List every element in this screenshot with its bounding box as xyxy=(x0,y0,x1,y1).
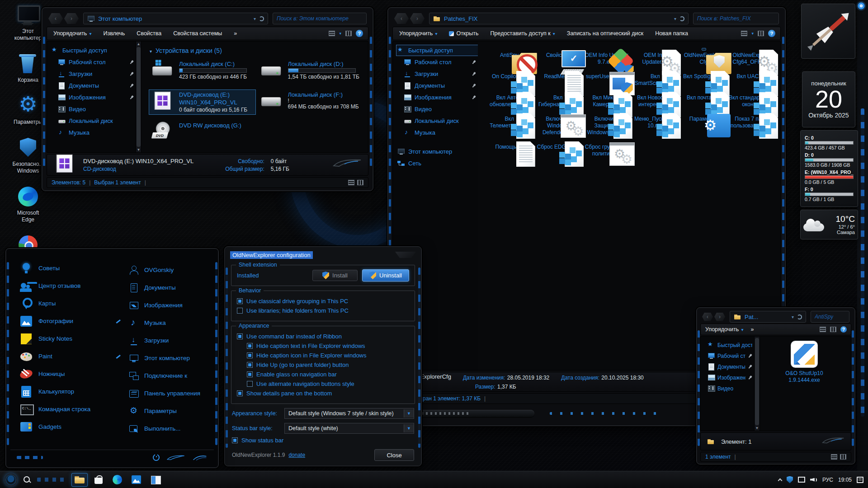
action-center-icon[interactable] xyxy=(857,477,863,483)
donate-link[interactable]: donate xyxy=(288,452,305,458)
search-icon[interactable] xyxy=(23,475,32,484)
drive-item[interactable]: Локальный диск (D:) 1,54 ТБ свободно из … xyxy=(258,59,365,84)
nav-item[interactable]: Видео xyxy=(396,104,478,114)
nav-item[interactable]: Быстрый доступ xyxy=(396,45,478,56)
forward-button[interactable]: › xyxy=(714,313,725,321)
start-menu-item[interactable]: Изображения xyxy=(126,296,214,314)
swoosh-icon[interactable] xyxy=(192,454,208,461)
chevron-down-icon[interactable]: ▾ xyxy=(792,314,794,319)
file-item[interactable]: On Copilot.reg xyxy=(485,69,534,87)
group-header[interactable]: Устройства и диски (5) xyxy=(150,47,364,54)
scroll-thumb[interactable] xyxy=(137,47,141,147)
checkbox[interactable] xyxy=(237,298,243,304)
nav-item[interactable]: Рабочий стол xyxy=(396,57,478,67)
nav-item[interactable]: Рабочий стол xyxy=(703,351,754,361)
show-status-bar-option[interactable]: Show status bar xyxy=(232,437,283,444)
file-item[interactable]: Вкл SmartScreen.reg xyxy=(631,69,680,87)
file-item[interactable]: Сброс групповых политик.bat xyxy=(582,140,631,157)
nav-item[interactable]: Быстрый доступ xyxy=(51,45,136,56)
toolbar-button[interactable]: Предоставить доступ к xyxy=(491,30,555,37)
file-item[interactable]: Включить Защитник Windows 10.reg xyxy=(582,112,631,136)
nav-item[interactable]: Документы xyxy=(396,80,478,91)
start-menu-item[interactable]: Paint xyxy=(15,347,126,365)
checkbox[interactable] xyxy=(247,352,253,358)
file-item[interactable]: Вкл Автом обновление.reg xyxy=(485,90,534,108)
nav-item[interactable]: Быстрый доступ xyxy=(703,340,754,350)
back-button[interactable]: ‹ xyxy=(702,313,713,321)
power-icon[interactable] xyxy=(153,454,160,461)
view-tiles-icon[interactable] xyxy=(820,327,826,332)
taskbar-app-button[interactable] xyxy=(147,473,164,487)
chevron-down-icon[interactable]: ▾ xyxy=(751,31,754,36)
start-menu-item[interactable]: OVGorskiy xyxy=(126,261,214,279)
nav-item[interactable]: Документы xyxy=(703,362,754,371)
file-item[interactable]: ReadMe.txt xyxy=(534,69,583,87)
help-icon[interactable]: ? xyxy=(768,30,775,37)
search-box[interactable]: Поиск в: Patches_FIX xyxy=(693,13,779,24)
checkbox-option[interactable]: Use command bar instead of Ribbon xyxy=(237,333,409,340)
drive-item[interactable]: DVD-дисковод (E:) WIN10_X64_PRO_VL 0 бай… xyxy=(149,89,256,115)
weather-gadget[interactable]: 10°C 12° / 6° Самара xyxy=(800,210,858,239)
file-item[interactable]: O&O ShutUp10 1.9.1444.exe xyxy=(777,341,831,384)
nav-item[interactable]: Этот компьютер xyxy=(396,146,478,157)
file-item[interactable]: Вкл Spotlight.reg xyxy=(679,69,728,87)
hidden-icons-chevron[interactable] xyxy=(778,478,782,483)
checkbox[interactable] xyxy=(247,381,253,387)
view-list-toggle-icon[interactable] xyxy=(831,454,837,460)
checkbox-option[interactable]: Use alternate navigation buttons style xyxy=(247,380,409,387)
nav-item[interactable]: Сеть xyxy=(396,158,478,169)
drive-item[interactable]: DVD RW дисковод (G:) xyxy=(149,120,256,145)
checkbox-option[interactable]: Use libraries; hide folders from This PC xyxy=(237,307,409,314)
drive-item[interactable]: Локальный диск (F:) ! 694 МБ свободно из… xyxy=(258,89,365,115)
start-menu-item[interactable]: Подключение к xyxy=(126,367,214,385)
scroll-down-icon[interactable]: ▼ xyxy=(755,426,759,430)
checkbox-option[interactable]: Hide Up (go to parent folder) button xyxy=(247,361,409,368)
view-columns-icon[interactable] xyxy=(830,327,836,332)
file-item[interactable]: Параметры xyxy=(679,112,728,136)
file-item[interactable]: Меню_Пуск_Win 10.reg xyxy=(631,112,680,136)
address-bar[interactable]: Pat... ▾ xyxy=(730,311,806,323)
start-menu-item[interactable]: Параметры xyxy=(126,402,214,420)
file-item[interactable]: Свойства xyxy=(534,48,583,66)
address-bar[interactable]: Этот компьютер ▾ xyxy=(83,13,268,24)
start-menu-item[interactable]: Этот компьютер xyxy=(126,349,214,367)
view-thumb-toggle-icon[interactable] xyxy=(840,454,846,460)
start-menu-item[interactable]: Фотографии xyxy=(15,312,126,330)
file-item[interactable]: Сброс EDGE.reg xyxy=(534,140,583,157)
appearance-style-select[interactable]: Default style (Windows 7 style / skin st… xyxy=(284,408,414,419)
file-item[interactable]: Показ 7 папок пользователя.reg xyxy=(728,112,777,136)
checkbox[interactable] xyxy=(237,390,243,396)
view-tiles-icon[interactable] xyxy=(329,31,335,36)
view-thumb-toggle-icon[interactable] xyxy=(357,180,363,185)
nav-item[interactable]: Музыка xyxy=(396,127,478,138)
toolbar-button[interactable]: » xyxy=(234,30,237,37)
taskbar-app-button[interactable] xyxy=(128,473,145,487)
start-menu-item[interactable]: Центр отзывов xyxy=(15,277,126,295)
start-button[interactable] xyxy=(5,474,17,486)
start-menu-item[interactable]: Калькулятор xyxy=(15,383,126,400)
toolbar-button[interactable]: Записать на оптический диск xyxy=(567,30,643,37)
uninstall-button[interactable]: Uninstall xyxy=(362,269,409,282)
file-item[interactable]: OldNewExplorer Cfg xyxy=(679,48,728,66)
toolbar-button[interactable]: Упорядочить xyxy=(53,30,91,37)
nav-item[interactable]: Изображения xyxy=(703,373,754,382)
toolbar-button[interactable]: » xyxy=(750,326,754,333)
start-menu-item[interactable]: Советы xyxy=(15,259,126,277)
nav-item[interactable]: Загрузки xyxy=(51,69,136,79)
taskbar-app-button[interactable] xyxy=(90,473,107,487)
nav-item[interactable]: Загрузки xyxy=(396,69,478,79)
taskbar-app-button[interactable] xyxy=(109,473,126,487)
nav-item[interactable]: Локальный диск xyxy=(51,116,136,126)
taskbar-app-button[interactable] xyxy=(71,473,88,487)
checkbox[interactable] xyxy=(232,437,238,443)
start-menu-item[interactable]: Sticky Notes xyxy=(15,330,126,347)
file-item[interactable]: Вкл Гибернация.reg xyxy=(534,90,583,108)
checkbox-option[interactable]: Use classical drive grouping in This PC xyxy=(237,298,409,305)
checkbox[interactable] xyxy=(237,333,243,339)
back-button[interactable]: ‹ xyxy=(394,13,409,24)
nav-buttons[interactable]: ‹ › xyxy=(48,13,79,24)
nav-item[interactable]: Видео xyxy=(703,384,754,393)
checkbox-option[interactable]: Hide caption text in File Explorer windo… xyxy=(247,343,409,349)
chevron-down-icon[interactable]: ▾ xyxy=(674,16,676,21)
file-item[interactable]: AntiSpy xyxy=(485,48,534,66)
